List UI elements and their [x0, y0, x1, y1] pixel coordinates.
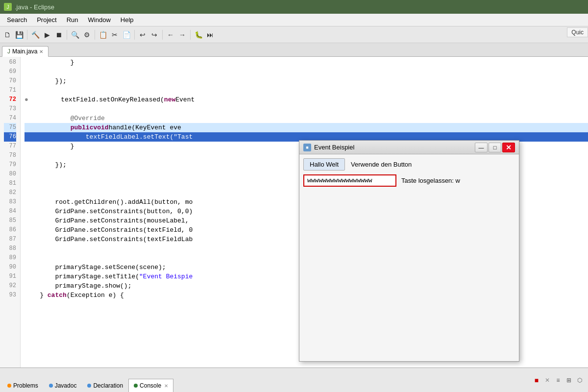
toolbar-sep-3 [95, 30, 95, 40]
tab-console-dot [134, 384, 138, 388]
panel-terminate-btn[interactable]: ✕ [543, 376, 552, 385]
line-num-71: 71 [4, 86, 16, 95]
toolbar-sep-6 [190, 30, 191, 40]
tab-console-label: Console [140, 382, 161, 389]
line-num-72: 72 [4, 95, 16, 104]
line-num-76: 76 [4, 132, 16, 142]
code-line-74: @Override [24, 114, 588, 123]
menu-search[interactable]: Search [2, 15, 32, 24]
popup-textfield[interactable] [303, 174, 396, 187]
code-line-71 [24, 86, 588, 95]
tab-close-icon[interactable]: ✕ [39, 49, 43, 54]
line-num-93: 93 [4, 291, 16, 300]
line-num-68: 68 [4, 58, 16, 67]
code-line-70: }); [24, 76, 588, 86]
popup-maximize-button[interactable]: □ [489, 143, 501, 152]
menu-run[interactable]: Run [62, 15, 83, 24]
toolbar-undo[interactable]: ↩ [137, 29, 148, 40]
toolbar-sep-1 [27, 30, 27, 40]
toolbar-paste[interactable]: 📄 [121, 29, 132, 40]
line-num-75: 75 [4, 123, 16, 132]
title-text: .java - Eclipse [15, 3, 54, 11]
popup-minimize-button[interactable]: — [475, 143, 488, 152]
line-num-78: 78 [4, 151, 16, 160]
line-num-90: 90 [4, 263, 16, 272]
line-num-69: 69 [4, 67, 16, 76]
line-num-84: 84 [4, 207, 16, 216]
panel-clear-btn[interactable]: ⊞ [564, 376, 573, 385]
popup-hello-button[interactable]: Hallo Welt [303, 158, 345, 171]
line-num-82: 82 [4, 188, 16, 197]
tab-problems-dot [7, 384, 11, 388]
toolbar-copy[interactable]: 📋 [98, 29, 108, 40]
line-num-92: 92 [4, 281, 16, 291]
popup-row-2: Taste losgelassen: w [303, 174, 515, 187]
popup-title: Event Beispiel [314, 144, 474, 151]
tab-declaration-label: Declaration [93, 382, 123, 389]
line-num-85: 85 [4, 216, 16, 225]
line-numbers: 68 69 70 71 72 73 74 75 76 77 78 79 80 8… [0, 57, 21, 386]
code-line-68: } [24, 58, 588, 67]
toolbar-forward[interactable]: → [177, 29, 188, 40]
main-layout: J .java - Eclipse Search Project Run Win… [0, 0, 588, 392]
line-num-74: 74 [4, 114, 16, 123]
popup-app-icon: ■ [303, 144, 311, 151]
toolbar-stop[interactable]: ⏹ [53, 29, 64, 40]
tab-javadoc-label: Javadoc [55, 382, 77, 389]
tab-declaration[interactable]: Declaration [82, 378, 128, 392]
bottom-tabs: Problems Javadoc Declaration Console ✕ [0, 368, 532, 392]
toolbar: 🗋 💾 🔨 ▶ ⏹ 🔍 ⚙ 📋 ✂ 📄 ↩ ↪ ← → 🐛 ⏭ Quic [0, 26, 588, 43]
tab-problems-label: Problems [13, 382, 38, 389]
panel-view-btn[interactable]: ⬡ [575, 376, 584, 385]
line-num-70: 70 [4, 76, 16, 86]
eclipse-icon: J [4, 3, 12, 11]
toolbar-back[interactable]: ← [165, 29, 176, 40]
popup-row-1: Hallo Welt Verwende den Button [303, 158, 515, 171]
tab-console-close[interactable]: ✕ [164, 383, 168, 389]
line-num-86: 86 [4, 225, 16, 235]
toolbar-debug[interactable]: 🐛 [193, 29, 204, 40]
toolbar-sep-2 [67, 30, 67, 40]
line-num-81: 81 [4, 179, 16, 188]
tab-declaration-dot [87, 384, 91, 388]
menu-window[interactable]: Window [83, 15, 116, 24]
quick-access-bar[interactable]: Quic [567, 27, 588, 37]
line-num-87: 87 [4, 235, 16, 244]
toolbar-sep-5 [162, 30, 163, 40]
code-line-73 [24, 104, 588, 114]
panel-stop-btn[interactable]: ■ [532, 376, 541, 385]
line-num-88: 88 [4, 244, 16, 253]
toolbar-cut[interactable]: ✂ [109, 29, 120, 40]
popup-content: Hallo Welt Verwende den Button Taste los… [299, 154, 519, 361]
menu-project[interactable]: Project [32, 15, 61, 24]
popup-close-button[interactable]: ✕ [502, 143, 515, 152]
panel-scroll-btn[interactable]: ≡ [554, 376, 563, 385]
tab-mainjava[interactable]: J Main.java ✕ [2, 46, 49, 57]
panel-controls: ■ ✕ ≡ ⊞ ⬡ [532, 376, 588, 385]
popup-event-beispiel: ■ Event Beispiel — □ ✕ Hallo Welt Verwen… [299, 140, 519, 362]
title-bar: J .java - Eclipse [0, 0, 588, 14]
menu-help[interactable]: Help [116, 15, 139, 24]
menu-bar: Search Project Run Window Help [0, 14, 588, 26]
line-num-73: 73 [4, 104, 16, 114]
line-num-91: 91 [4, 272, 16, 281]
editor-wrapper: 68 69 70 71 72 73 74 75 76 77 78 79 80 8… [0, 57, 588, 392]
tab-javadoc-dot [49, 384, 53, 388]
popup-empty-area [303, 191, 515, 357]
toolbar-sep-4 [134, 30, 135, 40]
toolbar-save[interactable]: 💾 [14, 29, 24, 40]
toolbar-redo[interactable]: ↪ [149, 29, 160, 40]
toolbar-build[interactable]: 🔨 [30, 29, 41, 40]
tab-problems[interactable]: Problems [2, 378, 44, 392]
tab-filename: Main.java [12, 48, 37, 55]
toolbar-run[interactable]: ▶ [42, 29, 52, 40]
line-num-79: 79 [4, 160, 16, 170]
toolbar-settings[interactable]: ⚙ [81, 29, 92, 40]
toolbar-search[interactable]: 🔍 [70, 29, 80, 40]
tab-javadoc[interactable]: Javadoc [44, 378, 82, 392]
line-num-80: 80 [4, 170, 16, 179]
toolbar-step[interactable]: ⏭ [205, 29, 216, 40]
tab-console[interactable]: Console ✕ [128, 379, 173, 392]
toolbar-new[interactable]: 🗋 [2, 29, 13, 40]
editor-tabs: J Main.java ✕ [0, 43, 588, 57]
